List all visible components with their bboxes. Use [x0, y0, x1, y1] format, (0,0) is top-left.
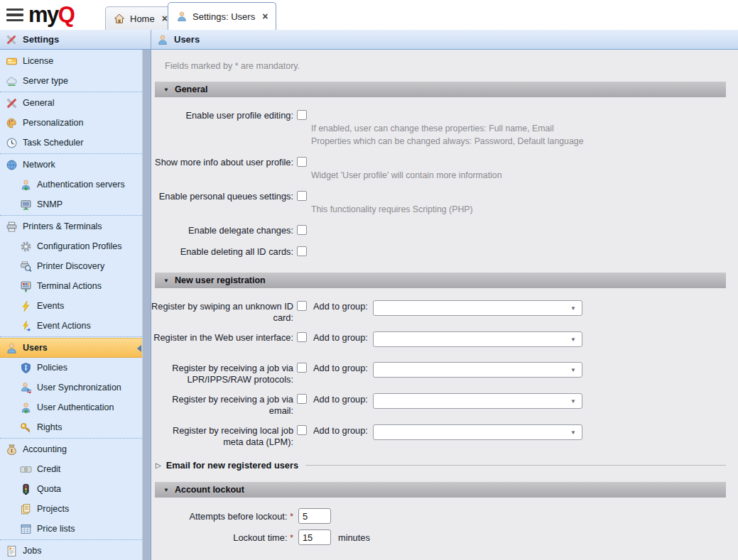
tab-home[interactable]: Home ×: [105, 6, 176, 30]
header-gap: [142, 30, 151, 49]
sidebar-item-policies[interactable]: Policies: [0, 358, 142, 378]
section-title: General: [175, 84, 208, 94]
sidebar-item-general[interactable]: General: [0, 93, 142, 113]
lockout-row: Attempts before lockout: *: [151, 508, 738, 524]
sidebar-item-personalization[interactable]: Personalization: [0, 113, 142, 133]
checkbox-enable-user-profile-editing[interactable]: [297, 110, 307, 120]
sidebar-group-divider: [0, 438, 142, 439]
sidebar-item-credit[interactable]: Credit: [0, 459, 142, 479]
lockout-time-input[interactable]: [298, 529, 331, 545]
checkbox-enable-delegate-changes[interactable]: [297, 225, 307, 235]
add-to-group-dropdown[interactable]: ▼: [373, 362, 582, 378]
section-header-general[interactable]: ▼ General: [155, 82, 726, 97]
registration-row: Register by receiving a job via LPR/IPPS…: [151, 362, 738, 385]
sidebar-item-license[interactable]: License: [0, 51, 142, 71]
sidebar-item-server-type[interactable]: Server type: [0, 71, 142, 91]
tab-settings-users[interactable]: Settings: Users ×: [168, 2, 276, 30]
chevron-expanded-icon: ▼: [163, 487, 169, 493]
myq-settings-window: myQ Home × Settings: Users × Settings Us…: [0, 0, 738, 560]
sidebar-item-printers-terminals[interactable]: Printers & Terminals: [0, 216, 142, 236]
field-label: Enable deleting all ID cards:: [151, 246, 293, 258]
sidebar-item-jobs[interactable]: Jobs: [0, 541, 142, 560]
home-icon: [114, 13, 125, 24]
checkbox-register-by-receiving-a-job-via-lpr-ipps-raw-protocols[interactable]: [297, 363, 307, 373]
monitor-icon: [20, 199, 32, 211]
checkbox-register-by-receiving-local-job-meta-data-lpm[interactable]: [297, 425, 307, 435]
settings-users-panel: Fields marked by * are mandatory. ▼ Gene…: [151, 50, 738, 560]
add-to-group-label: Add to group:: [313, 300, 368, 312]
checkbox-enable-deleting-all-id-cards[interactable]: [297, 246, 307, 256]
sidebar-item-label: Authentication servers: [37, 180, 125, 190]
tab-close-icon[interactable]: ×: [262, 11, 268, 21]
sidebar-item-printer-discovery[interactable]: Printer Discovery: [0, 256, 142, 276]
sidebar-item-user-authentication[interactable]: User Authentication: [0, 397, 142, 417]
sidebar-item-users[interactable]: Users: [0, 338, 142, 358]
add-to-group-dropdown[interactable]: ▼: [373, 424, 582, 440]
checkbox-register-in-the-web-user-interface[interactable]: [297, 332, 307, 342]
user-icon: [6, 342, 18, 354]
user-icon: [157, 34, 168, 45]
checkbox-register-by-swiping-an-unknown-id-card[interactable]: [297, 301, 307, 311]
sidebar-item-label: Terminal Actions: [37, 281, 102, 291]
sidebar-item-authentication-servers[interactable]: Authentication servers: [0, 175, 142, 194]
bolt-action-icon: [20, 320, 32, 332]
field-label: Show more info about user profile:: [151, 156, 293, 168]
chevron-expanded-icon: ▼: [163, 278, 169, 284]
field-hint: Properties which can be changed always: …: [311, 136, 738, 147]
sidebar-nav: LicenseServer typeGeneralPersonalization…: [0, 50, 142, 560]
sidebar-item-task-scheduler[interactable]: Task Scheduler: [0, 133, 142, 153]
topbar: myQ Home × Settings: Users ×: [0, 0, 738, 30]
add-to-group-dropdown[interactable]: ▼: [373, 393, 582, 409]
form-row-block: Show more info about user profile:Widget…: [151, 156, 738, 181]
sidebar-item-network[interactable]: Network: [0, 155, 142, 175]
field-label: Enable user profile editing:: [151, 109, 293, 121]
add-to-group-dropdown[interactable]: ▼: [373, 300, 582, 316]
logo-text-my: my: [28, 2, 58, 27]
attempts-before-lockout-input[interactable]: [298, 508, 331, 524]
sidebar-item-accounting[interactable]: Accounting: [0, 439, 142, 459]
sidebar-item-user-synchronization[interactable]: User Synchronization: [0, 378, 142, 397]
general-rows: Enable user profile editing:If enabled, …: [151, 97, 738, 273]
sidebar-item-event-actions[interactable]: Event Actions: [0, 316, 142, 336]
sidebar-item-events[interactable]: Events: [0, 296, 142, 316]
bolt-icon: [20, 300, 32, 312]
registration-row: Register in the Web user interface:Add t…: [151, 331, 738, 354]
sidebar-item-rights[interactable]: Rights: [0, 417, 142, 437]
sidebar-item-label: Rights: [37, 422, 62, 432]
sidebar-splitter[interactable]: [142, 50, 151, 560]
sidebar-item-label: Task Scheduler: [23, 138, 83, 148]
tab-close-icon[interactable]: ×: [162, 13, 168, 23]
sidebar-item-projects[interactable]: Projects: [0, 499, 142, 519]
menu-hamburger-icon[interactable]: [6, 9, 23, 21]
form-row-block: Enable personal queues settings:This fun…: [151, 190, 738, 215]
checkbox-show-more-info-about-user-profile[interactable]: [297, 157, 307, 167]
selected-item-arrow-icon: [137, 345, 141, 352]
sidebar-item-configuration-profiles[interactable]: Configuration Profiles: [0, 236, 142, 256]
user-green-icon: [20, 179, 32, 191]
key-icon: [20, 422, 32, 434]
field-label: Attempts before lockout: *: [151, 510, 293, 522]
sidebar-item-label: Network: [23, 160, 55, 170]
email-for-new-registered-users-toggle[interactable]: ▷ Email for new registered users: [156, 460, 726, 471]
sidebar-item-price-lists[interactable]: Price lists: [0, 519, 142, 539]
sidebar-header: Settings: [0, 30, 142, 49]
field-hint: Widget 'User profile' will contain more …: [311, 170, 738, 181]
sidebar-item-terminal-actions[interactable]: Terminal Actions: [0, 276, 142, 296]
sidebar-item-snmp[interactable]: SNMP: [0, 194, 142, 214]
chevron-down-icon: ▼: [570, 367, 576, 373]
add-to-group-dropdown[interactable]: ▼: [373, 331, 582, 347]
mandatory-note: Fields marked by * are mandatory.: [165, 61, 738, 71]
checkbox-register-by-receiving-a-job-via-email[interactable]: [297, 394, 307, 404]
section-header-account-lockout[interactable]: ▼ Account lockout: [155, 482, 726, 498]
section-title: Account lockout: [175, 485, 244, 495]
sidebar-item-quota[interactable]: Quota: [0, 479, 142, 499]
chevron-down-icon: ▼: [570, 429, 576, 436]
tools-icon: [6, 97, 18, 109]
sidebar-item-label: Accounting: [23, 444, 67, 454]
logo-text-q: Q: [58, 2, 75, 27]
sidebar-item-label: General: [23, 98, 54, 108]
section-header-new-user-registration[interactable]: ▼ New user registration: [155, 273, 726, 288]
checkbox-enable-personal-queues-settings[interactable]: [297, 191, 307, 201]
field-label: Register by receiving local job meta dat…: [151, 424, 293, 448]
myq-logo[interactable]: myQ: [28, 1, 74, 29]
